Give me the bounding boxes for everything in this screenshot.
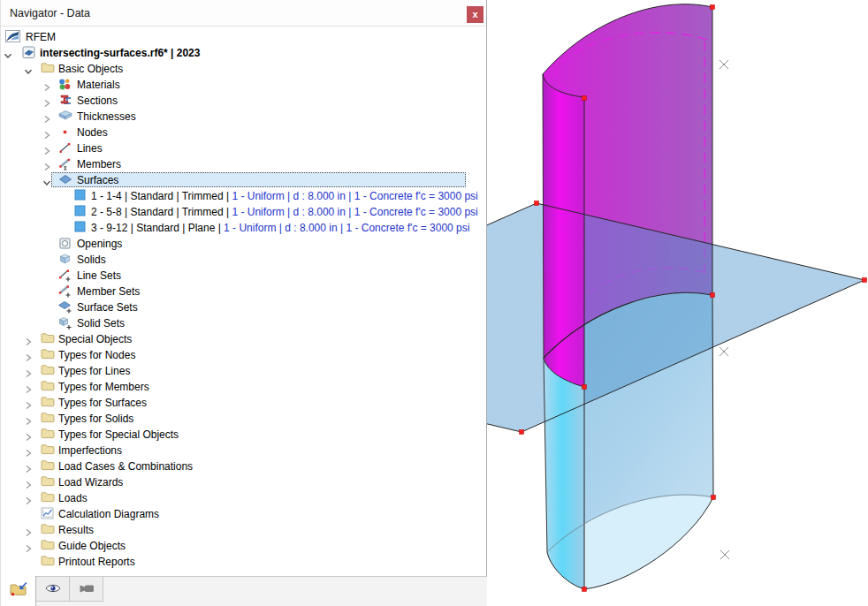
node-marker[interactable]	[582, 587, 587, 592]
tree-item-line-sets[interactable]: Line Sets	[1, 268, 485, 284]
node-marker[interactable]	[712, 496, 716, 500]
tree-item-materials[interactable]: Materials	[1, 77, 485, 93]
tree-item-label: Sections	[77, 93, 118, 109]
tree-item-members[interactable]: Members	[1, 156, 485, 172]
tree-item-guide-objects[interactable]: Guide Objects	[1, 538, 485, 554]
panel-title-bar: Navigator - Data x	[1, 0, 486, 27]
chevron-collapsed-icon[interactable]	[24, 526, 33, 534]
folder-icon	[41, 348, 56, 362]
chevron-expanded-icon[interactable]	[4, 49, 12, 57]
tree-item-solid-sets[interactable]: Solid Sets	[1, 315, 485, 331]
tree-item-printout-reports[interactable]: Printout Reports	[1, 554, 485, 570]
tree-item-results[interactable]: Results	[1, 522, 485, 538]
chevron-collapsed-icon[interactable]	[24, 398, 33, 407]
node-marker[interactable]	[520, 430, 524, 435]
tree-item-surface-sets[interactable]: Surface Sets	[1, 299, 485, 315]
chevron-collapsed-icon[interactable]	[42, 160, 51, 169]
data-navigator-tree: RFEMintersecting-surfaces.rf6* | 2023Bas…	[1, 27, 485, 576]
chevron-collapsed-icon[interactable]	[24, 542, 33, 550]
chevron-collapsed-icon[interactable]	[24, 335, 33, 344]
tree-item-rfem[interactable]: RFEM	[1, 29, 485, 45]
tree-item-label: Load Cases & Combinations	[58, 458, 193, 474]
tree-item-solids[interactable]: Solids	[1, 252, 485, 268]
node-marker[interactable]	[711, 5, 715, 10]
tree-item-thicknesses[interactable]: Thicknesses	[1, 109, 485, 125]
tree-item-label: RFEM	[26, 29, 56, 45]
node-marker[interactable]	[863, 278, 867, 283]
tree-item-types-for-special-objects[interactable]: Types for Special Objects	[1, 427, 485, 443]
tree-item-lines[interactable]: Lines	[1, 140, 485, 156]
tree-item-types-for-nodes[interactable]: Types for Nodes	[1, 347, 485, 363]
tree-item-openings[interactable]: Openings	[1, 236, 485, 252]
tree-item-imperfections[interactable]: Imperfections	[1, 443, 485, 458]
tree-item-label: Imperfections	[58, 443, 122, 458]
tree-item-1-1-4-standard-trimmed[interactable]: 1 - 1-4 | Standard | Trimmed | 1 - Unifo…	[1, 188, 485, 204]
cross-marker	[720, 60, 728, 69]
tab-data-navigator[interactable]	[1, 576, 36, 606]
chevron-collapsed-icon[interactable]	[24, 383, 33, 391]
folder-icon	[41, 475, 56, 489]
folder-icon	[41, 428, 56, 442]
chevron-collapsed-icon[interactable]	[42, 80, 51, 89]
tree-item-types-for-members[interactable]: Types for Members	[1, 379, 485, 395]
members-icon	[58, 157, 73, 171]
chevron-expanded-icon[interactable]	[24, 64, 33, 73]
chevron-collapsed-icon[interactable]	[42, 128, 51, 137]
tree-item-types-for-solids[interactable]: Types for Solids	[1, 411, 485, 427]
node-marker[interactable]	[535, 201, 539, 206]
close-button[interactable]: x	[467, 6, 483, 23]
data-navigator-icon	[9, 581, 28, 601]
chevron-collapsed-icon[interactable]	[24, 494, 33, 503]
folder-icon	[41, 412, 56, 426]
chevron-collapsed-icon[interactable]	[24, 446, 33, 455]
tree-item-load-wizards[interactable]: Load Wizards	[1, 474, 485, 490]
tree-item-label: Solid Sets	[77, 315, 125, 331]
node-marker[interactable]	[582, 385, 587, 390]
solid-sets-icon	[58, 316, 73, 330]
chevron-collapsed-icon[interactable]	[24, 430, 33, 439]
tree-item-2-5-8-standard-trimmed[interactable]: 2 - 5-8 | Standard | Trimmed | 1 - Unifo…	[1, 204, 485, 220]
tree-item-label: Materials	[77, 77, 120, 93]
tree-item-special-objects[interactable]: Special Objects	[1, 331, 485, 347]
panel-title: Navigator - Data	[1, 0, 486, 27]
tree-item-loads[interactable]: Loads	[1, 490, 485, 506]
materials-icon	[58, 78, 73, 92]
folder-icon	[41, 539, 56, 553]
eye-icon	[45, 581, 61, 597]
calculation-diagrams-icon	[41, 507, 56, 521]
chevron-collapsed-icon[interactable]	[42, 96, 51, 105]
tree-item-calculation-diagrams[interactable]: Calculation Diagrams	[1, 506, 485, 522]
node-marker[interactable]	[711, 293, 715, 298]
tab-views[interactable]	[36, 577, 70, 602]
chevron-collapsed-icon[interactable]	[24, 478, 33, 487]
chevron-collapsed-icon[interactable]	[24, 351, 33, 360]
tree-item-member-sets[interactable]: Member Sets	[1, 284, 485, 299]
tree-item-3-9-12-standard-plane[interactable]: 3 - 9-12 | Standard | Plane | 1 - Unifor…	[1, 220, 485, 236]
tree-item-basic-objects[interactable]: Basic Objects	[1, 61, 485, 77]
tree-item-load-cases-combinations[interactable]: Load Cases & Combinations	[1, 458, 485, 474]
tree-item-intersecting-surfaces-rf6-2023[interactable]: intersecting-surfaces.rf6* | 2023	[1, 45, 485, 61]
tree-item-label: Results	[58, 522, 94, 538]
chevron-collapsed-icon[interactable]	[24, 367, 33, 375]
tab-display[interactable]	[70, 577, 103, 602]
tree-item-label: Printout Reports	[58, 554, 135, 570]
tree-item-types-for-surfaces[interactable]: Types for Surfaces	[1, 395, 485, 411]
surface-sets-icon	[58, 300, 73, 314]
tree-item-label: Basic Objects	[58, 61, 123, 77]
tree-item-surfaces[interactable]: Surfaces	[1, 172, 485, 188]
chevron-collapsed-icon[interactable]	[24, 462, 33, 471]
tree-item-types-for-lines[interactable]: Types for Lines	[1, 363, 485, 379]
viewport-3d[interactable]	[487, 0, 868, 606]
chevron-collapsed-icon[interactable]	[42, 144, 51, 153]
tree-item-label: Types for Surfaces	[58, 395, 147, 411]
chevron-collapsed-icon[interactable]	[42, 112, 51, 121]
tree-item-sections[interactable]: Sections	[1, 93, 485, 109]
tree-item-label: Calculation Diagrams	[58, 506, 159, 522]
node-marker[interactable]	[582, 96, 587, 101]
chevron-collapsed-icon[interactable]	[24, 414, 33, 423]
tree-item-nodes[interactable]: Nodes	[1, 125, 485, 140]
cross-marker	[720, 550, 729, 559]
chevron-expanded-icon[interactable]	[42, 176, 51, 185]
tree-item-label: Loads	[58, 490, 88, 506]
surface-item-icon	[74, 221, 89, 235]
